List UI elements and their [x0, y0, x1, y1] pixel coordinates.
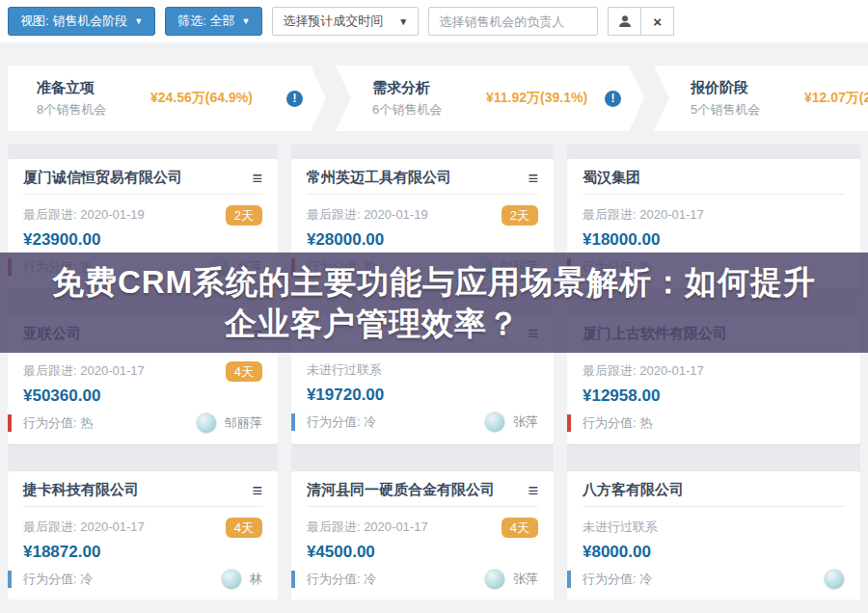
avatar: [208, 256, 230, 278]
kanban-board: 厦门诚信恒贸易有限公司 ≡ 最后跟进: 2020-01-19 2天 ¥23900…: [0, 131, 868, 600]
last-follow-up: 未进行过联系: [583, 519, 658, 536]
opportunity-card[interactable]: 厦门诚信恒贸易有限公司 ≡ 最后跟进: 2020-01-19 2天 ¥23900…: [8, 159, 278, 288]
stage-amount: ¥12.07万(26.7%): [804, 90, 868, 107]
chevron-down-icon: ▼: [241, 17, 250, 26]
select-user-button[interactable]: [608, 7, 641, 36]
stage-name: 准备立项: [37, 79, 145, 97]
owner-search-input[interactable]: [428, 7, 598, 36]
menu-icon[interactable]: ≡: [528, 482, 538, 499]
stage-segment-quotation[interactable]: 报价阶段 5个销售机会 ¥12.07万(26.7%) !: [654, 66, 868, 131]
last-follow-up: 最后跟进: 2020-01-19: [307, 206, 428, 224]
chevron-down-icon: ▼: [134, 17, 143, 26]
expected-close-date-label: 选择预计成交时间: [283, 13, 383, 30]
opportunity-amount: ¥18872.00: [23, 542, 262, 563]
score-indicator: [567, 571, 571, 588]
score-indicator: [8, 258, 12, 276]
behavior-score: 行为分值: 热: [583, 258, 652, 276]
score-indicator: [567, 258, 571, 276]
crm-kanban-page: 视图: 销售机会阶段 ▼ 筛选: 全部 ▼ 选择预计成交时间 ▼ ×: [0, 0, 868, 613]
opportunity-card[interactable]: 捷卡科技有限公司 ≡ 最后跟进: 2020-01-17 4天 ¥18872.00…: [8, 471, 278, 600]
avatar: [472, 256, 493, 278]
last-follow-up: 未进行过联系: [307, 361, 382, 379]
menu-icon[interactable]: ≡: [252, 482, 262, 499]
company-name: 八方客有限公司: [583, 481, 684, 499]
opportunity-card[interactable]: 厦门上古软件有限公司 最后跟进: 2020-01-17 ¥12958.00 行为…: [567, 315, 860, 444]
opportunity-amount: ¥18000.00: [583, 229, 845, 251]
menu-icon[interactable]: ≡: [528, 170, 538, 187]
behavior-score: 行为分值: 冷: [583, 571, 652, 588]
company-name: 厦门诚信恒贸易有限公司: [23, 169, 182, 187]
stage-segment-preparation[interactable]: 准备立项 8个销售机会 ¥24.56万(64.9%) !: [8, 66, 326, 131]
days-badge: 4天: [226, 518, 262, 538]
owner-name: 邹丽萍: [225, 414, 262, 432]
toolbar: 视图: 销售机会阶段 ▼ 筛选: 全部 ▼ 选择预计成交时间 ▼ ×: [0, 0, 868, 42]
info-icon[interactable]: !: [605, 91, 621, 107]
behavior-score: 行为分值: 冷: [23, 571, 93, 588]
owner-name: 林: [250, 571, 262, 588]
close-icon: ×: [653, 13, 662, 30]
expected-close-date-select[interactable]: 选择预计成交时间 ▼: [272, 7, 419, 36]
avatar: [484, 412, 505, 433]
stage-segment-requirement-analysis[interactable]: 需求分析 6个销售机会 ¥11.92万(39.1%) !: [336, 66, 644, 131]
days-badge: 2天: [226, 205, 262, 226]
behavior-score: 行为分值: 热: [23, 258, 93, 276]
opportunity-amount: ¥23900.00: [23, 229, 262, 251]
stage-amount: ¥24.56万(64.9%): [150, 90, 286, 107]
user-icon: [618, 14, 632, 28]
opportunity-card[interactable]: 常州英迈工具有限公司 ≡ 最后跟进: 2020-01-19 2天 ¥28000.…: [291, 159, 554, 288]
owner-name: 张萍: [237, 258, 262, 276]
menu-icon[interactable]: ≡: [252, 170, 262, 187]
opportunity-card[interactable]: 亚联公司 ≡ 最后跟进: 2020-01-17 4天 ¥50360.00 行为分…: [8, 315, 278, 444]
last-follow-up: 最后跟进: 2020-01-17: [307, 519, 428, 536]
menu-icon[interactable]: ≡: [528, 325, 538, 342]
behavior-score: 行为分值: 热: [23, 414, 93, 432]
last-follow-up: 最后跟进: 2020-01-17: [23, 362, 145, 380]
opportunity-amount: ¥8000.00: [583, 542, 845, 563]
behavior-score: 行为分值: 热: [307, 258, 376, 276]
avatar: [196, 413, 217, 434]
last-follow-up: 最后跟进: 2020-01-19: [23, 206, 145, 224]
days-badge: 4天: [226, 361, 262, 382]
opportunity-card[interactable]: 清河县同一硬质合金有限公司 ≡ 最后跟进: 2020-01-17 4天 ¥450…: [291, 471, 554, 600]
owner-name: 邹丽萍: [501, 258, 538, 276]
kanban-column-preparation: 厦门诚信恒贸易有限公司 ≡ 最后跟进: 2020-01-19 2天 ¥23900…: [8, 145, 278, 600]
stage-opportunity-count: 6个销售机会: [372, 101, 480, 119]
opportunity-amount: ¥50360.00: [23, 386, 262, 407]
filter-dropdown-button[interactable]: 筛选: 全部 ▼: [165, 7, 262, 36]
opportunity-card[interactable]: 蜀汉集团 最后跟进: 2020-01-17 ¥18000.00 行为分值: 热: [567, 159, 860, 288]
company-name: 常州英迈工具有限公司: [307, 169, 451, 187]
stage-opportunity-count: 5个销售机会: [691, 101, 799, 119]
score-indicator: [8, 571, 12, 588]
score-indicator: [291, 571, 295, 588]
score-indicator: [567, 414, 571, 432]
company-name: 厦门上古软件有限公司: [583, 325, 727, 343]
score-indicator: [291, 258, 295, 276]
opportunity-card[interactable]: 八方客有限公司 未进行过联系 ¥8000.00 行为分值: 冷: [567, 471, 860, 600]
owner-name: 张萍: [513, 413, 538, 431]
opportunity-card[interactable]: ≡ 未进行过联系 ¥19720.00 行为分值: 冷 张萍: [291, 315, 554, 444]
company-name: 清河县同一硬质合金有限公司: [307, 481, 495, 499]
kanban-column-quotation: 蜀汉集团 最后跟进: 2020-01-17 ¥18000.00 行为分值: 热: [567, 145, 860, 600]
days-badge: 4天: [502, 518, 538, 538]
filter-dropdown-label: 筛选: 全部: [177, 13, 234, 30]
clear-filter-button[interactable]: ×: [640, 7, 674, 36]
opportunity-amount: ¥28000.00: [307, 229, 538, 251]
opportunity-amount: ¥4500.00: [307, 542, 538, 563]
last-follow-up: 最后跟进: 2020-01-17: [583, 362, 704, 380]
avatar: [484, 569, 505, 590]
view-dropdown-label: 视图: 销售机会阶段: [20, 13, 127, 30]
behavior-score: 行为分值: 冷: [307, 571, 376, 588]
menu-icon[interactable]: ≡: [252, 326, 262, 343]
stage-name: 报价阶段: [691, 79, 799, 97]
company-name: 蜀汉集团: [583, 169, 640, 187]
owner-name: 张萍: [513, 571, 538, 588]
info-icon[interactable]: !: [286, 91, 303, 107]
view-dropdown-button[interactable]: 视图: 销售机会阶段 ▼: [8, 7, 155, 36]
last-follow-up: 最后跟进: 2020-01-17: [23, 519, 145, 536]
behavior-score: 行为分值: 冷: [307, 413, 376, 431]
stage-name: 需求分析: [372, 79, 480, 97]
days-badge: 2天: [502, 205, 538, 226]
pipeline-stage-band: 准备立项 8个销售机会 ¥24.56万(64.9%) ! 需求分析 6个销售机会…: [8, 66, 868, 131]
chevron-down-icon: ▼: [398, 16, 408, 27]
avatar: [221, 569, 242, 590]
